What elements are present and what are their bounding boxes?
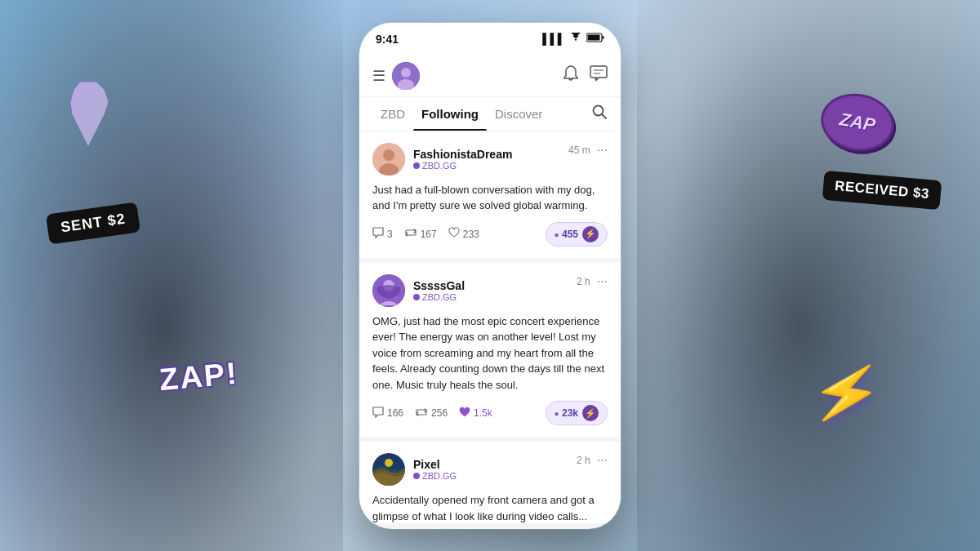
zap-lightning-icon: ⚡ [582,405,599,421]
status-bar: 9:41 ▌▌▌ [359,23,621,56]
user-avatar[interactable] [392,62,420,90]
zap-dot: ● [555,230,559,239]
post-content: OMG, just had the most epic concert expe… [372,313,608,393]
post-meta: 2 h ··· [577,274,608,289]
like-count: 233 [463,229,479,240]
repost-action[interactable]: 256 [415,407,448,420]
like-count: 1.5k [474,407,492,419]
message-icon[interactable] [590,65,608,86]
comment-action[interactable]: 166 [372,407,403,420]
zap-lightning-icon: ⚡ [582,226,599,242]
post-avatar [372,453,405,486]
header-right [562,64,608,87]
search-icon[interactable] [591,104,608,124]
tab-following[interactable]: Following [413,97,487,131]
repost-action[interactable]: 167 [404,227,437,241]
bg-right-overlay [637,0,980,551]
post-actions: 166 256 1.5k ● 23k [372,401,608,425]
post-more-button[interactable]: ··· [597,143,608,158]
post-card: FashionistaDream ZBD.GG 45 m ··· Just ha… [359,131,621,258]
post-content: Just had a full-blown conversation with … [372,182,608,214]
post-user: FashionistaDream ZBD.GG [372,143,512,176]
comment-action[interactable]: 3 [372,227,393,241]
post-username: SssssGal [413,279,465,292]
post-time: 45 m [568,144,590,156]
phone-frame: 9:41 ▌▌▌ ☰ [359,23,621,529]
wifi-icon [569,33,582,45]
post-more-button[interactable]: ··· [597,274,608,289]
handle-dot [413,162,420,169]
svg-point-17 [385,459,393,467]
post-handle: ZBD.GG [413,292,465,302]
svg-rect-2 [588,35,600,41]
header-left: ☰ [372,62,420,90]
post-meta: 45 m ··· [568,143,608,158]
post-actions: 3 167 233 ● 455 [372,222,608,247]
post-user: Pixel ZBD.GG [372,453,457,486]
svg-rect-1 [603,36,604,39]
app-header: ☰ [359,56,621,97]
post-header: SssssGal ZBD.GG 2 h ··· [372,274,608,307]
feed: FashionistaDream ZBD.GG 45 m ··· Just ha… [359,131,621,523]
post-username: FashionistaDream [413,148,512,161]
zap-button[interactable]: ● 455 ⚡ [546,222,608,247]
post-avatar [372,143,405,176]
map-sticker [64,78,113,151]
post-more-button[interactable]: ··· [597,453,608,468]
svg-point-12 [383,149,394,161]
comment-count: 166 [387,407,403,419]
hamburger-icon[interactable]: ☰ [372,67,385,85]
post-handle: ZBD.GG [413,161,512,171]
svg-point-4 [401,68,411,78]
repost-count: 167 [421,229,437,240]
heart-icon [459,407,470,420]
post-avatar [372,274,405,307]
like-action[interactable]: 233 [448,227,479,241]
repost-icon [415,407,428,420]
zap-button[interactable]: ● 23k ⚡ [546,401,608,425]
comment-icon [372,227,384,241]
post-time: 2 h [577,276,590,287]
signal-icon: ▌▌▌ [542,33,565,45]
tab-discover[interactable]: Discover [487,97,550,131]
post-header: FashionistaDream ZBD.GG 45 m ··· [372,143,608,176]
lightning-sticker: ⚡ [806,353,888,432]
handle-dot [413,294,420,300]
repost-count: 256 [431,407,448,419]
post-handle: ZBD.GG [413,471,457,481]
handle-dot [413,473,420,479]
post-user: SssssGal ZBD.GG [372,274,465,307]
post-user-info: FashionistaDream ZBD.GG [413,148,512,171]
heart-icon [448,227,460,241]
post-time: 2 h [577,455,590,466]
zap-count: ● 455 [555,229,578,240]
nav-tabs: ZBD Following Discover [359,97,621,131]
post-user-info: SssssGal ZBD.GG [413,279,465,302]
post-content: Accidentally opened my front camera and … [372,492,608,523]
svg-rect-6 [590,66,607,78]
post-username: Pixel [413,458,457,471]
post-meta: 2 h ··· [577,453,608,468]
bg-left-overlay [0,0,343,551]
svg-line-10 [602,114,606,118]
repost-icon [404,227,417,241]
zap-dot: ● [555,409,559,418]
zap-text-sticker: ZAP! [158,356,239,398]
like-action[interactable]: 1.5k [459,407,492,420]
status-icons: ▌▌▌ [542,33,604,45]
post-card: Pixel ZBD.GG 2 h ··· Accidentally opened… [359,442,621,523]
battery-icon [586,33,604,45]
post-header: Pixel ZBD.GG 2 h ··· [372,453,608,486]
tab-zbd[interactable]: ZBD [372,97,413,131]
comment-count: 3 [387,229,393,240]
comment-icon [372,407,384,420]
zap-count: ● 23k [555,407,578,419]
post-user-info: Pixel ZBD.GG [413,458,457,481]
status-time: 9:41 [376,33,399,46]
notification-icon[interactable] [562,64,580,87]
post-card: SssssGal ZBD.GG 2 h ··· OMG, just had th… [359,263,621,438]
